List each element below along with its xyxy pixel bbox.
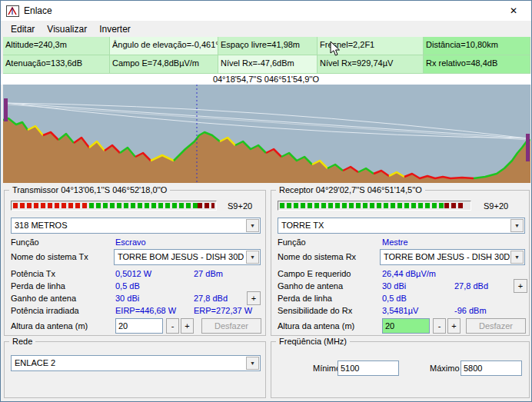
rx-signal-end-segment xyxy=(444,203,463,208)
tx-power-dbm: 27 dBm xyxy=(194,269,223,278)
rx-signal-label: S9+20 xyxy=(484,201,508,211)
rx-antenna-height-label: Altura da antena (m) xyxy=(278,321,354,331)
tx-gain-dbd: 27,8 dBd xyxy=(194,294,228,303)
cursor-coordinates: 04°18'54,7''S 046°51'54,9''O xyxy=(1,74,531,85)
rx-height-plus-button[interactable]: + xyxy=(447,318,461,334)
network-group-title: Rede xyxy=(9,337,35,346)
info-elevation-angle: Ângulo de elevação=-0,461° xyxy=(110,37,218,55)
receiver-title: Receptor 04°29'02,7''S 046°51'14,5''O xyxy=(276,185,425,194)
app-icon xyxy=(6,5,19,17)
chevron-down-icon: ▼ xyxy=(247,357,258,370)
frequency-max-input[interactable] xyxy=(461,360,522,376)
frequency-group-title: Freqüência (MHz) xyxy=(276,337,350,346)
rx-sensitivity-dbm: -96 dBm xyxy=(454,306,487,315)
tx-signal-green-segment xyxy=(89,203,198,208)
tx-site-value: 318 METROS xyxy=(15,218,245,233)
tx-line-loss-value: 0,5 dB xyxy=(115,281,140,291)
tx-antenna-height-input[interactable] xyxy=(115,318,163,334)
tx-site-dropdown-button[interactable]: ▼ xyxy=(246,219,259,232)
tx-line-loss-label: Perda de linha xyxy=(11,281,65,291)
frequency-min-input[interactable] xyxy=(337,360,399,376)
menu-item-inverter[interactable]: Inverter xyxy=(93,22,137,36)
tx-system-value: TORRE BOM JESUS - DISH 30D xyxy=(118,250,245,264)
info-row-2: Atenuação=133,6dB Campo E=74,8dBµV/m Nív… xyxy=(3,55,530,74)
rx-undo-button[interactable]: Desfazer xyxy=(466,318,526,334)
network-dropdown-button[interactable]: ▼ xyxy=(246,357,259,370)
rx-signal-meter xyxy=(278,201,471,211)
network-group: Rede ENLACE 2 ▼ xyxy=(4,341,266,398)
rx-height-minus-button[interactable]: - xyxy=(433,318,446,334)
tx-erp-value: ERP=272,37 W xyxy=(194,306,252,315)
tx-power-w: 0,5012 W xyxy=(115,269,151,278)
info-rx-relative: Rx relativo=48,4dB xyxy=(424,55,530,74)
rx-line-loss-label: Perda de linha xyxy=(278,294,332,303)
tx-system-select[interactable]: TORRE BOM JESUS - DISH 30D ▼ xyxy=(114,249,261,265)
rx-system-dropdown-button[interactable]: ▼ xyxy=(510,251,524,264)
tx-antenna-marker xyxy=(4,98,8,121)
tx-antenna-height-label: Altura da antena (m) xyxy=(11,321,88,331)
rx-required-field-value: 26,44 dBµV/m xyxy=(382,269,436,278)
tx-system-dropdown-button[interactable]: ▼ xyxy=(246,251,259,264)
rx-gain-label: Ganho de antena xyxy=(278,281,343,291)
frequency-group: Freqüência (MHz) Mínimo Máximo xyxy=(271,341,530,398)
rx-funcao-label: Função xyxy=(278,238,306,247)
transmitter-title: Transmissor 04°13'06,1''S 046°52'18,0''O xyxy=(9,185,170,194)
network-value: ENLACE 2 xyxy=(15,356,245,370)
tx-gain-label: Ganho de antena xyxy=(11,294,76,303)
chevron-down-icon: ▼ xyxy=(247,220,258,232)
tx-funcao-label: Função xyxy=(11,238,39,247)
tx-gain-dbi: 30 dBi xyxy=(115,294,139,303)
info-field-e: Campo E=74,8dBµV/m xyxy=(110,55,218,74)
tx-signal-red-segment xyxy=(13,203,89,208)
rx-system-label: Nome do sistema Rx xyxy=(278,252,356,261)
titlebar: Enlace ✕ xyxy=(1,1,531,21)
tx-signal-meter xyxy=(11,201,217,211)
chevron-down-icon: ▼ xyxy=(511,220,523,232)
tx-gain-plus-button[interactable]: + xyxy=(247,291,261,305)
tx-eirp-value: EIRP=446,68 W xyxy=(115,306,176,315)
frequency-max-label: Máximo xyxy=(430,364,460,373)
menubar: Editar Visualizar Inverter xyxy=(1,21,531,37)
tx-signal-label: S9+20 xyxy=(228,201,252,211)
info-rx-level-dbm: Nível Rx=-47,6dBm xyxy=(218,55,318,74)
menu-item-editar[interactable]: Editar xyxy=(5,22,41,36)
tx-height-minus-button[interactable]: - xyxy=(166,318,179,334)
tx-height-plus-button[interactable]: + xyxy=(181,318,194,334)
transmitter-group: Transmissor 04°13'06,1''S 046°52'18,0''O… xyxy=(4,190,266,336)
rx-site-value: TORRE TX xyxy=(281,218,510,233)
chevron-down-icon: ▼ xyxy=(247,251,258,264)
rx-site-dropdown-button[interactable]: ▼ xyxy=(510,219,524,232)
tx-signal-end-segment xyxy=(198,203,214,208)
terrain-profile-chart[interactable] xyxy=(3,85,530,183)
rx-sensitivity-label: Sensibilidade do Rx xyxy=(278,306,352,315)
rx-antenna-marker xyxy=(526,134,530,161)
info-free-space: Espaço livre=41,98m xyxy=(218,37,318,55)
info-rx-level-uv: Nível Rx=929,74µV xyxy=(318,55,424,74)
rx-gain-plus-button[interactable]: + xyxy=(514,279,527,293)
link-info-panel: Altitude=240,3m Ângulo de elevação=-0,46… xyxy=(3,37,530,74)
tx-site-select[interactable]: 318 METROS ▼ xyxy=(11,218,261,234)
rx-site-select[interactable]: TORRE TX ▼ xyxy=(278,218,525,234)
rx-antenna-height-input[interactable] xyxy=(382,318,430,334)
rx-required-field-label: Campo E requerido xyxy=(278,269,351,278)
menu-item-visualizar[interactable]: Visualizar xyxy=(41,22,93,36)
rx-signal-green-segment xyxy=(280,203,444,208)
info-distance: Distância=10,80km xyxy=(424,37,530,55)
info-row-1: Altitude=240,3m Ângulo de elevação=-0,46… xyxy=(3,37,530,55)
rx-system-value: TORRE BOM JESUS - DISH 30D xyxy=(384,250,510,264)
rx-system-select[interactable]: TORRE BOM JESUS - DISH 30D ▼ xyxy=(380,249,525,265)
info-altitude: Altitude=240,3m xyxy=(3,37,110,55)
tx-funcao-value: Escravo xyxy=(115,238,146,247)
rx-sensitivity-uv: 3,5481µV xyxy=(382,306,418,315)
rx-gain-dbi: 30 dBi xyxy=(382,281,406,291)
network-select[interactable]: ENLACE 2 ▼ xyxy=(11,355,261,371)
tx-system-label: Nome do sistema Tx xyxy=(11,252,88,261)
tx-undo-button[interactable]: Desfazer xyxy=(201,318,261,334)
tx-power-label: Potência Tx xyxy=(11,269,55,278)
close-button[interactable]: ✕ xyxy=(496,1,531,21)
rx-line-loss-value: 0,5 dB xyxy=(382,294,407,303)
rx-funcao-value: Mestre xyxy=(382,238,408,247)
rx-gain-dbd: 27,8 dBd xyxy=(454,281,488,291)
window-title: Enlace xyxy=(24,5,52,16)
info-attenuation: Atenuação=133,6dB xyxy=(3,55,110,74)
